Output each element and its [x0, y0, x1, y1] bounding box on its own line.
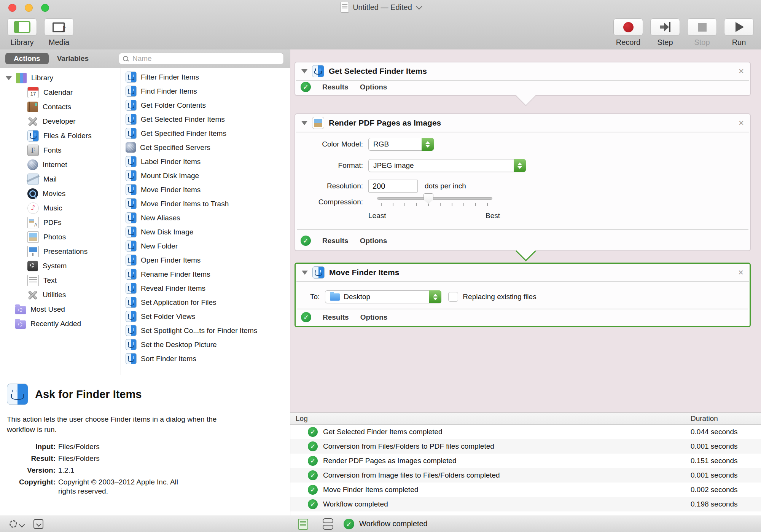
action-list-item[interactable]: Mount Disk Image [121, 169, 290, 183]
log-column-header[interactable]: Log [290, 414, 685, 423]
tab[interactable]: Actions [5, 53, 49, 64]
sidebar-item[interactable]: Music [0, 201, 121, 215]
stop-icon [698, 23, 707, 32]
sidebar-item-label: Calendar [43, 88, 73, 97]
sidebar-item[interactable]: Photos [0, 230, 121, 244]
disclosure-triangle-icon[interactable] [302, 271, 308, 275]
sidebar-item[interactable]: Developer [0, 114, 121, 129]
record-button[interactable]: Record [613, 18, 643, 47]
action-list-item[interactable]: Sort Finder Items [121, 352, 290, 366]
step-button[interactable]: Step [650, 18, 680, 47]
sidebar-item[interactable]: Contacts [0, 100, 121, 114]
sidebar-item[interactable]: Library [0, 71, 121, 85]
library-toolbar-button[interactable]: Library [7, 18, 37, 47]
sidebar-item[interactable]: Calendar [0, 85, 121, 100]
action-list-item[interactable]: Set Application for Files [121, 295, 290, 309]
options-link[interactable]: Options [360, 237, 387, 245]
tab[interactable]: Variables [49, 53, 97, 64]
action-list-item[interactable]: Get Folder Contents [121, 98, 290, 112]
sidebar-item[interactable]: Utilities [0, 288, 121, 302]
render-pdf-icon [312, 117, 324, 129]
disclosure-triangle-icon[interactable] [301, 69, 307, 73]
sidebar-item[interactable]: System [0, 259, 121, 273]
sidebar-item[interactable]: Most Used [0, 302, 121, 317]
disclosure-triangle-icon[interactable] [5, 76, 12, 80]
sidebar-item[interactable]: Presentations [0, 244, 121, 259]
action-list-item[interactable]: Move Finder Items to Trash [121, 197, 290, 211]
run-button[interactable]: Run [724, 18, 754, 47]
action-list-item[interactable]: Reveal Finder Items [121, 281, 290, 295]
sidebar-item[interactable]: Mail [0, 172, 121, 186]
results-link[interactable]: Results [323, 313, 349, 322]
disclosure-triangle-icon[interactable] [301, 121, 307, 125]
gear-chevron-down-icon[interactable] [19, 522, 25, 528]
color-model-select[interactable]: RGB [368, 138, 434, 151]
action-list-item[interactable]: Set Spotlight Co...ts for Finder Items [121, 323, 290, 338]
resolution-input[interactable] [368, 180, 418, 193]
field-value: Copyright © 2003–2012 Apple Inc. All rig… [58, 478, 188, 496]
destination-select[interactable]: Desktop [325, 290, 441, 303]
sidebar-item[interactable]: Recently Added [0, 317, 121, 331]
action-list-item[interactable]: Get Specified Finder Items [121, 126, 290, 140]
search-input[interactable] [132, 54, 280, 63]
search-field[interactable] [119, 53, 284, 64]
replacing-existing-files-checkbox[interactable] [448, 292, 458, 302]
media-toolbar-button[interactable]: Media [44, 18, 74, 47]
compression-slider[interactable]: Least Best [368, 197, 500, 220]
close-window-button[interactable] [8, 4, 16, 12]
action-list-item[interactable]: New Folder [121, 239, 290, 253]
card-header[interactable]: Get Selected Finder Items × [295, 62, 750, 80]
workflow-canvas[interactable]: Get Selected Finder Items × ✓ Results Op… [290, 49, 761, 413]
action-list-item[interactable]: Rename Finder Items [121, 267, 290, 281]
action-list-item[interactable]: Set Folder Views [121, 309, 290, 323]
log-row[interactable]: ✓ Conversion from Image files to Files/F… [290, 468, 761, 483]
field-label: Input: [7, 442, 56, 451]
close-icon[interactable]: × [739, 119, 744, 127]
gear-icon[interactable] [10, 520, 17, 528]
sidebar-item[interactable]: Internet [0, 158, 121, 172]
format-select[interactable]: JPEG image [368, 159, 526, 172]
action-item-label: Get Folder Contents [141, 101, 206, 110]
action-list-item[interactable]: Open Finder Items [121, 253, 290, 267]
action-list-item[interactable]: New Aliases [121, 211, 290, 225]
action-list-item[interactable]: New Disk Image [121, 225, 290, 239]
action-list-item[interactable]: Get Specified Servers [121, 140, 290, 155]
log-row[interactable]: ✓ Render PDF Pages as Images completed 0… [290, 454, 761, 468]
close-icon[interactable]: × [738, 269, 743, 276]
slider-track[interactable] [377, 197, 492, 200]
workflow-card-move-finder-items[interactable]: Move Finder Items × To: Desktop Replac [295, 263, 751, 327]
action-list-item[interactable]: Set the Desktop Picture [121, 338, 290, 352]
zoom-window-button[interactable] [41, 4, 49, 12]
results-link[interactable]: Results [322, 237, 349, 245]
sidebar-item[interactable]: Files & Folders [0, 129, 121, 143]
step-icon [659, 22, 671, 32]
minimize-window-button[interactable] [25, 4, 33, 12]
slider-thumb[interactable] [423, 193, 433, 204]
action-list-item[interactable]: Move Finder Items [121, 183, 290, 197]
close-icon[interactable]: × [739, 67, 744, 75]
action-list-item[interactable]: Filter Finder Items [121, 70, 290, 84]
action-list-item[interactable]: Get Selected Finder Items [121, 112, 290, 126]
sidebar-item[interactable]: Text [0, 273, 121, 288]
log-row[interactable]: ✓ Get Selected Finder Items completed 0.… [290, 425, 761, 439]
options-link[interactable]: Options [360, 313, 388, 322]
results-link[interactable]: Results [322, 83, 349, 91]
log-row[interactable]: ✓ Conversion from Files/Folders to PDF f… [290, 439, 761, 454]
sidebar-item[interactable]: PDFs [0, 215, 121, 230]
log-row[interactable]: ✓ Move Finder Items completed 0.002 seco… [290, 483, 761, 497]
action-list-item[interactable]: Label Finder Items [121, 155, 290, 169]
card-header[interactable]: Move Finder Items × [296, 264, 750, 281]
show-variables-icon[interactable] [323, 518, 333, 530]
show-log-icon[interactable] [298, 519, 308, 530]
window-title-group[interactable]: Untitled — Edited [341, 2, 420, 13]
action-list-item[interactable]: Find Finder Items [121, 84, 290, 98]
options-link[interactable]: Options [360, 83, 387, 91]
card-header[interactable]: Render PDF Pages as Images × [295, 114, 750, 132]
title-chevron-down-icon[interactable] [416, 3, 422, 10]
duration-column-header[interactable]: Duration [685, 413, 761, 424]
workflow-card-render-pdf-pages-as-images[interactable]: Render PDF Pages as Images × Color Model… [295, 113, 751, 251]
sidebar-item[interactable]: Fonts [0, 143, 121, 158]
media-popup-icon[interactable] [33, 519, 43, 529]
sidebar-item[interactable]: Movies [0, 186, 121, 201]
log-row[interactable]: ✓ Workflow completed 0.198 seconds [290, 497, 761, 511]
